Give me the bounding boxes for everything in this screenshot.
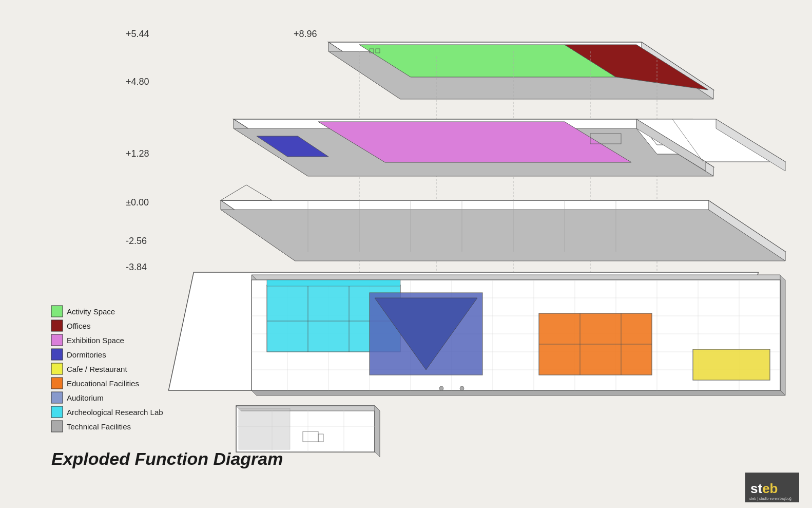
svg-point-78 [460, 386, 464, 390]
svg-rect-107 [51, 406, 63, 418]
svg-text:Dormitories: Dormitories [67, 350, 106, 359]
svg-rect-76 [693, 349, 770, 380]
svg-rect-71 [267, 280, 400, 286]
svg-rect-88 [239, 408, 290, 449]
svg-text:steb: steb [750, 481, 778, 496]
svg-text:Cafe / Restaurant: Cafe / Restaurant [67, 365, 127, 373]
svg-marker-33 [221, 210, 785, 261]
svg-rect-97 [51, 334, 63, 346]
svg-rect-109 [51, 421, 63, 432]
diagram-svg: +8.96 +5.44 +4.80 +1.28 ±0.00 -2.56 -3.8… [0, 0, 812, 508]
svg-text:Archeological Research Lab: Archeological Research Lab [67, 408, 163, 417]
svg-text:Exhibition Space: Exhibition Space [67, 336, 124, 345]
svg-text:-3.84: -3.84 [126, 262, 147, 272]
svg-text:Educational Facilities: Educational Facilities [67, 379, 139, 388]
svg-marker-81 [375, 406, 380, 457]
svg-text:±0.00: ±0.00 [126, 197, 149, 208]
svg-text:-2.56: -2.56 [126, 236, 147, 246]
svg-text:Activity Space: Activity Space [67, 307, 115, 316]
svg-text:steb | studio evren başbuğ: steb | studio evren başbuğ [749, 497, 791, 501]
svg-rect-101 [51, 363, 63, 374]
svg-text:Offices: Offices [67, 322, 90, 330]
svg-marker-43 [252, 275, 785, 280]
svg-text:Technical Facilities: Technical Facilities [67, 422, 131, 431]
main-container: +8.96 +5.44 +4.80 +1.28 ±0.00 -2.56 -3.8… [0, 0, 812, 508]
svg-text:Auditorium: Auditorium [67, 393, 104, 402]
svg-text:Exploded Function Diagram: Exploded Function Diagram [51, 449, 283, 468]
svg-rect-105 [51, 392, 63, 403]
svg-rect-99 [51, 349, 63, 360]
svg-rect-93 [51, 306, 63, 317]
svg-rect-103 [51, 378, 63, 389]
svg-text:+8.96: +8.96 [294, 29, 317, 39]
svg-marker-46 [252, 390, 785, 396]
svg-text:+5.44: +5.44 [126, 29, 149, 39]
svg-point-77 [439, 386, 443, 390]
svg-rect-95 [51, 320, 63, 331]
svg-text:+1.28: +1.28 [126, 148, 149, 159]
svg-text:+4.80: +4.80 [126, 77, 149, 87]
svg-marker-45 [780, 275, 785, 396]
